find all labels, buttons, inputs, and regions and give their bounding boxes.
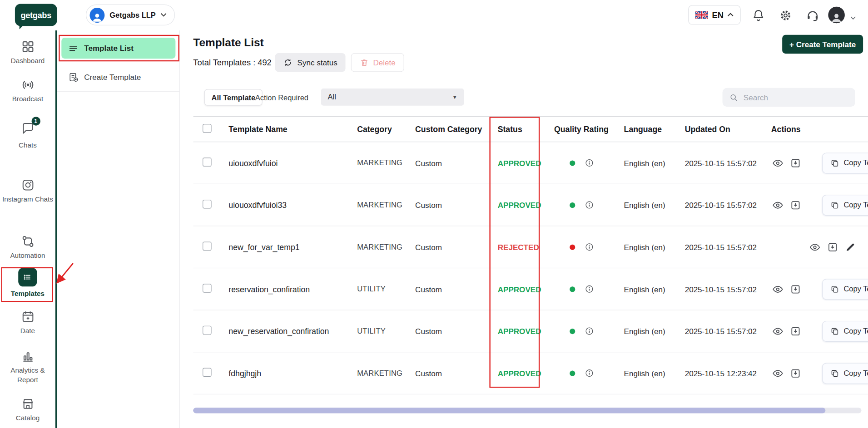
copy-template-button[interactable]: Copy Template: [822, 279, 868, 300]
quality-dot: [570, 328, 575, 334]
create-template-button[interactable]: + Create Template: [782, 35, 863, 54]
sidebar-label: Broadcast: [12, 94, 44, 104]
view-eye-icon[interactable]: [772, 284, 783, 295]
copy-template-button[interactable]: Copy Template: [822, 363, 868, 384]
instagram-icon: [21, 178, 35, 192]
view-eye-icon[interactable]: [772, 325, 783, 336]
view-eye-icon[interactable]: [772, 199, 783, 210]
catalog-icon: [21, 397, 35, 411]
status-badge: APPROVED: [498, 327, 541, 336]
total-templates-count: Total Templates : 492: [193, 58, 271, 67]
sidebar-item-automation[interactable]: Automation: [0, 235, 55, 261]
horizontal-scrollbar[interactable]: [193, 408, 861, 413]
template-preview-icon[interactable]: [790, 284, 801, 295]
custom-category: Custom: [415, 285, 498, 294]
custom-category: Custom: [415, 158, 498, 167]
info-icon[interactable]: [585, 284, 594, 294]
chevron-down-icon: [161, 13, 167, 17]
template-language: English (en): [624, 327, 685, 336]
custom-category: Custom: [415, 327, 498, 336]
sidebar-item-chats[interactable]: 1 Chats: [0, 122, 55, 150]
support-headset-icon[interactable]: [806, 9, 819, 22]
table-row: new_for_var_temp1 MARKETING Custom REJEC…: [193, 226, 868, 268]
custom-category: Custom: [415, 201, 498, 210]
profile-chevron-down-icon[interactable]: [850, 12, 856, 22]
table-row: uiouoxdfvfuioi33 MARKETING Custom APPROV…: [193, 184, 868, 226]
template-name: uiouoxdfvfuioi33: [228, 201, 357, 210]
quality-dot: [570, 160, 575, 166]
quality-dot: [570, 370, 575, 376]
copy-template-button[interactable]: Copy Template: [822, 153, 868, 173]
row-checkbox[interactable]: [203, 157, 212, 167]
row-checkbox[interactable]: [203, 242, 212, 251]
info-icon[interactable]: [585, 242, 594, 252]
template-category: UTILITY: [357, 327, 415, 335]
template-preview-icon[interactable]: [790, 199, 801, 210]
search-input[interactable]: [744, 93, 849, 102]
select-all-checkbox[interactable]: [203, 124, 212, 133]
template-preview-icon[interactable]: [790, 325, 801, 336]
view-eye-icon[interactable]: [809, 241, 820, 252]
sidebar-item-analytics-report[interactable]: Analytics & Report: [0, 349, 55, 385]
submenu-divider: [57, 91, 180, 92]
col-quality-rating: Quality Rating: [554, 125, 624, 134]
sidebar-label: Date: [20, 326, 35, 336]
view-eye-icon[interactable]: [772, 368, 783, 379]
submenu-item-create-template[interactable]: Create Template: [61, 67, 175, 87]
company-selector[interactable]: Getgabs LLP: [86, 5, 175, 25]
info-icon[interactable]: [585, 158, 594, 168]
col-actions: Actions: [771, 125, 868, 134]
delete-button[interactable]: Delete: [351, 53, 405, 72]
sidebar-label: Dashboard: [11, 56, 45, 66]
row-checkbox[interactable]: [203, 200, 212, 209]
info-icon[interactable]: [585, 326, 594, 336]
info-icon[interactable]: [585, 369, 594, 378]
row-checkbox[interactable]: [203, 284, 212, 293]
uk-flag-icon: [695, 11, 708, 19]
tab-all-template[interactable]: All Template: [204, 89, 263, 106]
edit-pencil-icon[interactable]: [845, 241, 856, 252]
submenu-item-template-list[interactable]: Template List: [61, 38, 175, 59]
page-title: Template List: [193, 36, 263, 49]
sidebar-item-broadcast[interactable]: Broadcast: [0, 78, 55, 104]
copy-icon: [830, 369, 839, 378]
template-preview-icon[interactable]: [827, 241, 838, 252]
sidebar-item-date[interactable]: Date: [0, 310, 55, 336]
template-name: fdhgjhgjh: [228, 369, 357, 378]
logo-text: getgabs: [20, 10, 51, 20]
updated-on: 2025-10-15 15:57:02: [685, 158, 771, 167]
row-checkbox[interactable]: [203, 326, 212, 335]
sidebar-item-instagram-chats[interactable]: Instagram Chats: [0, 178, 55, 204]
table-row: reservation_confiration UTILITY Custom A…: [193, 268, 868, 310]
sidebar-item-dashboard[interactable]: Dashboard: [0, 40, 55, 66]
custom-category: Custom: [415, 369, 498, 378]
template-preview-icon[interactable]: [790, 368, 801, 379]
scrollbar-thumb[interactable]: [193, 408, 825, 413]
sync-status-label: Sync status: [297, 58, 337, 67]
copy-template-button[interactable]: Copy Template: [822, 320, 868, 341]
row-checkbox[interactable]: [203, 368, 212, 377]
status-badge: APPROVED: [498, 285, 541, 294]
getgabs-logo[interactable]: getgabs: [15, 4, 57, 26]
view-eye-icon[interactable]: [772, 157, 783, 168]
date-icon: [21, 310, 35, 324]
sync-status-button[interactable]: Sync status: [275, 53, 346, 72]
sidebar-item-catalog[interactable]: Catalog: [0, 397, 55, 423]
automation-icon: [21, 235, 35, 248]
bell-icon[interactable]: [752, 9, 765, 22]
table-row: fdhgjhgjh MARKETING Custom APPROVED Engl…: [193, 352, 868, 394]
category-filter-dropdown[interactable]: All ▼: [321, 89, 464, 106]
updated-on: 2025-10-15 12:23:42: [685, 369, 771, 378]
copy-template-button[interactable]: Copy Template: [822, 194, 868, 215]
gear-icon[interactable]: [779, 9, 792, 22]
app-window: getgabs Getgabs LLP EN: [0, 0, 868, 428]
user-avatar[interactable]: [828, 7, 845, 24]
sidebar-item-templates[interactable]: Templates: [0, 268, 55, 299]
info-icon[interactable]: [585, 200, 594, 210]
tab-action-required[interactable]: Action Required: [255, 89, 308, 106]
col-status: Status: [498, 125, 554, 134]
template-preview-icon[interactable]: [790, 157, 801, 168]
language-selector[interactable]: EN: [688, 5, 741, 25]
status-badge: APPROVED: [498, 201, 541, 210]
dropdown-caret-icon: ▼: [452, 94, 457, 100]
